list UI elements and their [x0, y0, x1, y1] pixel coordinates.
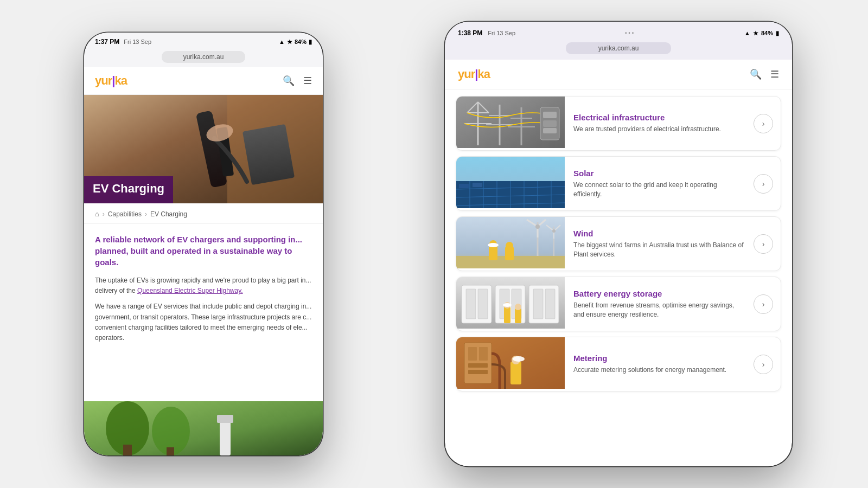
phone-body: A reliable network of EV chargers and su…	[84, 224, 323, 401]
svg-point-53	[535, 224, 540, 229]
tablet-dots: ···	[624, 28, 635, 38]
capabilities-list: Electrical infrastructure We are trusted…	[445, 89, 792, 466]
svg-rect-7	[123, 445, 132, 455]
qesh-link[interactable]: Queensland Electric Super Highway.	[137, 287, 243, 294]
cap-desc-wind: The biggest wind farms in Australia trus…	[573, 241, 745, 259]
breadcrumb-current: EV Charging	[150, 210, 187, 218]
phone-hero-overlay: EV Charging	[84, 176, 173, 203]
svg-rect-77	[468, 347, 477, 361]
tablet-status-bar: 1:38 PM Fri 13 Sep ··· ▲ ★ 84% ▮	[445, 22, 792, 41]
tablet-url[interactable]: yurika.com.au	[566, 42, 672, 54]
svg-rect-83	[513, 356, 525, 362]
tablet-battery-label: 84%	[761, 30, 773, 36]
tablet-time: 1:38 PM	[458, 29, 482, 37]
tablet-logo: yur|ka	[458, 67, 490, 81]
phone-bottom-image	[84, 401, 323, 455]
cap-content-metering: Metering Accurate metering solutions for…	[565, 347, 754, 381]
svg-rect-27	[543, 128, 557, 133]
phone-hero-title: EV Charging	[93, 182, 164, 196]
phone-device: 1:37 PM Fri 13 Sep ▲ ★ 84% ▮ yurika.com.…	[84, 33, 323, 455]
cap-arrow-metering[interactable]: ›	[754, 355, 773, 374]
phone-status-bar: 1:37 PM Fri 13 Sep ▲ ★ 84% ▮	[84, 33, 323, 49]
cap-content-wind: Wind The biggest wind farms in Australia…	[565, 222, 754, 266]
tablet-nav-icons: 🔍 ☰	[750, 68, 779, 80]
breadcrumb-sep1: ›	[103, 210, 105, 218]
cap-thumb-battery	[456, 277, 565, 331]
cap-item-battery[interactable]: Battery energy storage Benefit from reve…	[456, 277, 781, 331]
phone-content: ⌂ › Capabilities › EV Charging A reliabl…	[84, 203, 323, 455]
svg-rect-25	[543, 112, 557, 118]
battery-icon: ▮	[309, 38, 312, 46]
phone-menu-icon[interactable]: ☰	[303, 75, 312, 87]
svg-rect-69	[504, 307, 510, 323]
cap-content-electrical: Electrical infrastructure We are trusted…	[565, 106, 754, 140]
battery-label: 84%	[295, 38, 307, 45]
phone-search-icon[interactable]: 🔍	[283, 75, 295, 87]
tablet-menu-icon[interactable]: ☰	[770, 68, 779, 80]
cap-item-metering[interactable]: Metering Accurate metering solutions for…	[456, 337, 781, 391]
cap-desc-battery: Benefit from revenue streams, optimise e…	[573, 301, 745, 319]
tablet-battery-icon: ▮	[776, 30, 779, 37]
svg-rect-11	[217, 415, 233, 423]
phone-hero: EV Charging	[84, 95, 323, 203]
tablet-star-icon: ★	[753, 30, 758, 37]
phone-headline: A reliable network of EV chargers and su…	[95, 234, 312, 268]
phone-nav: yur|ka 🔍 ☰	[84, 67, 323, 95]
svg-rect-67	[533, 289, 543, 319]
tablet-search-icon[interactable]: 🔍	[750, 68, 762, 80]
cap-desc-solar: We connect solar to the grid and keep it…	[573, 181, 745, 199]
tablet-date: Fri 13 Sep	[488, 30, 515, 36]
svg-point-73	[515, 304, 521, 310]
tablet-browser-bar: yurika.com.au	[445, 41, 792, 60]
cap-arrow-battery[interactable]: ›	[754, 294, 773, 314]
svg-rect-72	[515, 309, 521, 323]
svg-rect-40	[459, 184, 469, 188]
svg-rect-10	[220, 418, 231, 455]
cap-title-metering: Metering	[573, 354, 745, 363]
svg-rect-9	[167, 447, 174, 455]
breadcrumb-capabilities[interactable]: Capabilities	[108, 210, 142, 218]
phone-url[interactable]: yurika.com.au	[162, 51, 246, 63]
tablet-nav: yur|ka 🔍 ☰	[445, 60, 792, 89]
cap-item-electrical[interactable]: Electrical infrastructure We are trusted…	[456, 96, 781, 151]
svg-rect-1	[227, 95, 323, 203]
phone-para1: The uptake of EVs is growing rapidly and…	[95, 275, 312, 296]
svg-rect-41	[473, 183, 482, 187]
cap-thumb-electrical	[456, 97, 565, 150]
tablet-wifi-icon: ▲	[744, 30, 750, 36]
cap-title-solar: Solar	[573, 169, 745, 178]
svg-rect-68	[545, 289, 555, 319]
phone-breadcrumb: ⌂ › Capabilities › EV Charging	[84, 203, 323, 224]
svg-rect-46	[488, 243, 499, 247]
star-icon: ★	[287, 38, 292, 46]
svg-rect-81	[510, 362, 521, 384]
cap-content-battery: Battery energy storage Benefit from reve…	[565, 282, 754, 326]
phone-date: Fri 13 Sep	[124, 38, 151, 45]
cap-thumb-solar	[456, 157, 565, 210]
svg-rect-63	[466, 289, 476, 319]
phone-logo: yur|ka	[95, 74, 127, 88]
svg-rect-80	[468, 370, 488, 374]
cap-arrow-wind[interactable]: ›	[754, 234, 773, 254]
svg-point-48	[506, 242, 513, 249]
cap-item-wind[interactable]: Wind The biggest wind farms in Australia…	[456, 216, 781, 271]
cap-thumb-wind	[456, 217, 565, 271]
phone-screen: 1:37 PM Fri 13 Sep ▲ ★ 84% ▮ yurika.com.…	[84, 33, 323, 455]
cap-title-battery: Battery energy storage	[573, 289, 745, 298]
phone-status-icons: ▲ ★ 84% ▮	[279, 38, 312, 46]
cap-desc-metering: Accurate metering solutions for energy m…	[573, 365, 745, 375]
cap-title-wind: Wind	[573, 229, 745, 238]
cap-arrow-electrical[interactable]: ›	[754, 114, 773, 133]
breadcrumb-home-icon[interactable]: ⌂	[95, 210, 99, 218]
cap-title-electrical: Electrical infrastructure	[573, 113, 745, 122]
wifi-icon: ▲	[279, 38, 285, 45]
tablet-screen: 1:38 PM Fri 13 Sep ··· ▲ ★ 84% ▮ yurika.…	[445, 22, 792, 466]
cap-item-solar[interactable]: Solar We connect solar to the grid and k…	[456, 156, 781, 211]
svg-rect-64	[478, 289, 488, 319]
cap-thumb-metering	[456, 337, 565, 391]
svg-rect-78	[479, 347, 488, 361]
phone-para2: We have a range of EV services that incl…	[95, 301, 312, 343]
breadcrumb-sep2: ›	[145, 210, 147, 218]
svg-point-58	[552, 229, 556, 233]
cap-arrow-solar[interactable]: ›	[754, 174, 773, 194]
